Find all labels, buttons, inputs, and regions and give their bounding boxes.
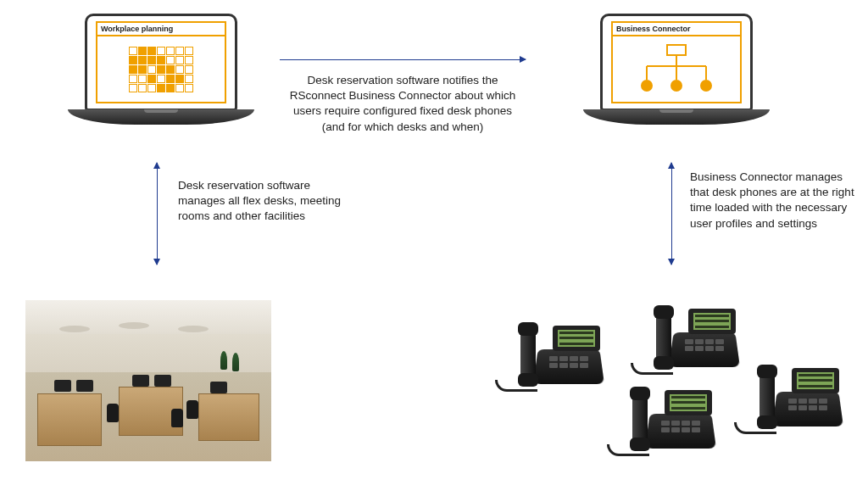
- caption-top: Desk reservation software notifies the R…: [285, 73, 520, 135]
- calendar-icon: [129, 47, 193, 92]
- laptop-business-connector: Business Connector: [583, 14, 770, 141]
- screen-title-left: Workplace planning: [96, 21, 226, 35]
- caption-right: Business Connector manages that desk pho…: [690, 170, 855, 231]
- screen-title-right: Business Connector: [611, 21, 742, 35]
- caption-left: Desk reservation software manages all fl…: [178, 178, 343, 225]
- laptop-base-right: [583, 109, 770, 125]
- arrow-top-icon: [280, 59, 526, 60]
- screen-body-right: [611, 35, 742, 103]
- org-chart-icon: [634, 44, 719, 95]
- laptop-screen-right: Business Connector: [600, 14, 753, 111]
- laptop-screen-left: Workplace planning: [85, 14, 237, 111]
- arrow-right-icon: [671, 163, 672, 265]
- laptop-workplace-planning: Workplace planning: [68, 14, 254, 141]
- desk-phone-icon: [756, 363, 849, 439]
- desk-phone-icon: [517, 321, 610, 397]
- office-image: [25, 300, 271, 461]
- arrow-left-icon: [157, 163, 158, 265]
- desk-phone-icon: [629, 385, 722, 461]
- screen-body-left: [96, 35, 226, 103]
- desk-phone-icon: [653, 304, 746, 380]
- laptop-base-left: [68, 109, 254, 125]
